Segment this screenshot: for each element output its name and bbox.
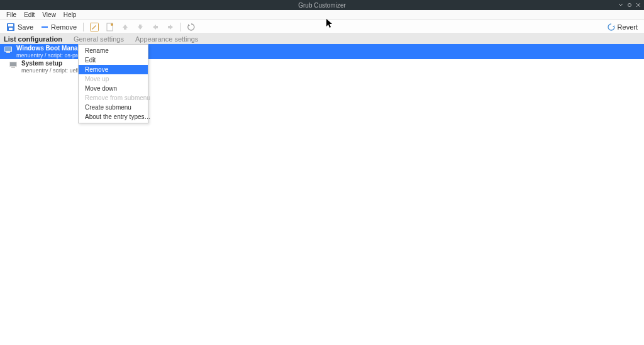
tab-list-configuration[interactable]: List configuration xyxy=(4,34,62,44)
context-rename[interactable]: Rename xyxy=(79,46,148,55)
remove-button[interactable]: Remove xyxy=(38,22,79,32)
menu-bar: File Edit View Help xyxy=(0,10,644,20)
menu-edit[interactable]: Edit xyxy=(20,10,38,20)
tab-appearance-settings[interactable]: Appearance settings xyxy=(135,34,198,44)
window-title: Grub Customizer xyxy=(298,2,346,9)
arrow-up-icon xyxy=(121,23,129,31)
maximize-icon[interactable] xyxy=(626,2,633,8)
svg-point-0 xyxy=(628,4,631,7)
svg-rect-4 xyxy=(42,26,48,28)
revert-icon xyxy=(608,23,615,31)
close-icon[interactable] xyxy=(635,2,641,8)
svg-rect-13 xyxy=(11,67,15,68)
revert-button[interactable]: Revert xyxy=(605,22,640,32)
minus-icon xyxy=(41,23,48,31)
svg-rect-9 xyxy=(5,47,11,51)
move-down-button[interactable] xyxy=(134,22,147,32)
refresh-button[interactable] xyxy=(185,22,197,32)
context-move-up: Move up xyxy=(79,74,148,84)
arrow-right-icon xyxy=(167,23,174,31)
context-remove[interactable]: Remove xyxy=(79,65,148,74)
svg-rect-3 xyxy=(9,28,13,30)
save-label: Save xyxy=(18,23,33,31)
svg-rect-2 xyxy=(8,24,13,26)
context-menu: Rename Edit Remove Move up Move down Rem… xyxy=(78,44,148,123)
os-entry-icon xyxy=(9,60,18,69)
menu-help[interactable]: Help xyxy=(60,10,80,20)
context-about-entry-types[interactable]: About the entry types… xyxy=(79,112,148,122)
refresh-icon xyxy=(187,23,195,31)
arrow-down-icon xyxy=(136,23,144,31)
context-edit[interactable]: Edit xyxy=(79,55,148,65)
title-bar: Grub Customizer xyxy=(0,0,644,10)
os-entry-icon xyxy=(4,45,13,54)
new-entry-button[interactable] xyxy=(104,21,116,33)
context-create-submenu[interactable]: Create submenu xyxy=(79,103,148,112)
pencil-icon xyxy=(90,23,99,31)
arrow-left-icon xyxy=(152,23,159,31)
save-icon xyxy=(6,23,15,31)
entry-list: Windows Boot Manager (on /dev/sdb2) menu… xyxy=(0,44,644,345)
remove-label: Remove xyxy=(51,23,77,31)
svg-rect-10 xyxy=(6,52,10,53)
save-button[interactable]: Save xyxy=(4,21,36,33)
context-remove-from-submenu: Remove from submenu xyxy=(79,93,148,103)
tab-strip: List configuration General settings Appe… xyxy=(0,34,644,44)
window-controls xyxy=(618,2,641,8)
edit-entry-button[interactable] xyxy=(87,21,101,33)
menu-view[interactable]: View xyxy=(38,10,60,20)
svg-point-7 xyxy=(111,23,113,26)
tab-general-settings[interactable]: General settings xyxy=(74,34,124,44)
revert-label: Revert xyxy=(618,23,638,31)
toolbar: Save Remove xyxy=(0,20,644,34)
move-right-button[interactable] xyxy=(164,22,177,32)
menu-file[interactable]: File xyxy=(3,10,20,20)
context-move-down[interactable]: Move down xyxy=(79,84,148,93)
move-left-button[interactable] xyxy=(149,22,162,32)
minimize-icon[interactable] xyxy=(618,2,624,8)
move-up-button[interactable] xyxy=(119,22,131,32)
page-plus-icon xyxy=(106,23,114,31)
toolbar-separator-2 xyxy=(180,23,181,31)
svg-rect-12 xyxy=(10,62,16,66)
toolbar-separator xyxy=(83,23,84,31)
